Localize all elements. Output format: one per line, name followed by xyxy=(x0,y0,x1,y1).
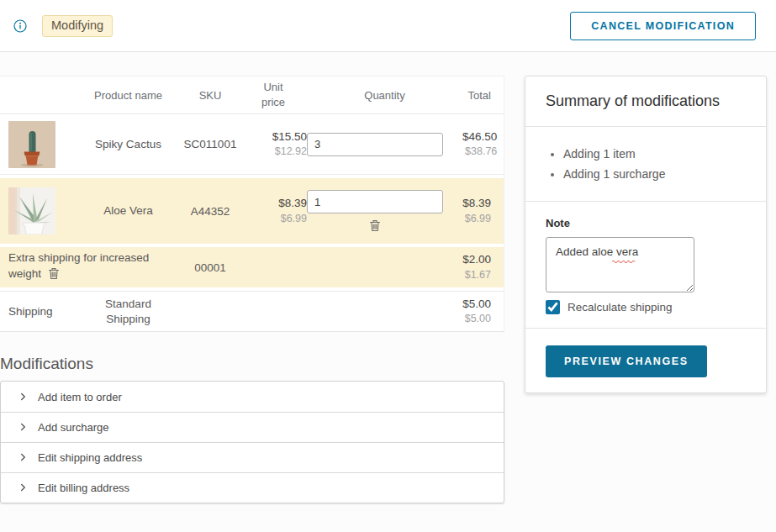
product-sku: SC011001 xyxy=(181,138,240,150)
spiky-cactus-photo xyxy=(8,121,76,168)
summary-list: Adding 1 item Adding 1 surcharge xyxy=(546,147,746,181)
accordion-add-surcharge[interactable]: Add surcharge xyxy=(1,412,504,442)
status-badge: Modifying xyxy=(42,15,113,37)
row-total: $2.00 $1.67 xyxy=(462,252,491,282)
top-bar: Modifying CANCEL MODIFICATION xyxy=(0,0,776,52)
summary-item: Adding 1 surcharge xyxy=(563,167,746,181)
accordion-edit-shipping-address[interactable]: Edit shipping address xyxy=(1,442,504,472)
accordion-add-item-to-order[interactable]: Add item to order xyxy=(1,382,504,412)
modifications-accordion: Add item to order Add surcharge Edit shi… xyxy=(0,381,504,503)
chevron-right-icon xyxy=(19,451,27,464)
aloe-vera-photo xyxy=(8,187,76,234)
order-items-table: Product name SKU Unit price Quantity Tot… xyxy=(0,76,504,332)
modifications-title: Modifications xyxy=(0,355,504,373)
unit-price: $8.39 $6.99 xyxy=(240,196,307,225)
surcharge-name: Extra shipping for increased weight xyxy=(8,250,181,285)
shipping-row-label: Shipping xyxy=(8,305,76,318)
summary-panel-title: Summary of modifications xyxy=(546,92,746,110)
info-icon[interactable] xyxy=(13,19,27,33)
accordion-item-label: Edit shipping address xyxy=(38,451,142,464)
column-header-quantity: Quantity xyxy=(307,89,462,102)
product-name: Aloe Vera xyxy=(76,203,181,219)
unit-price: $15.50 $12.92 xyxy=(240,129,307,159)
note-label: Note xyxy=(546,217,746,229)
trash-icon[interactable] xyxy=(48,267,60,285)
chevron-right-icon xyxy=(19,421,27,434)
accordion-item-label: Add item to order xyxy=(38,391,122,403)
table-row-aloe-vera: Aloe Vera A44352 $8.39 $6.99 xyxy=(0,178,504,244)
main-content: Product name SKU Unit price Quantity Tot… xyxy=(0,52,776,503)
cancel-modification-button[interactable]: CANCEL MODIFICATION xyxy=(570,12,756,40)
trash-icon[interactable] xyxy=(307,219,443,232)
table-row-spiky-cactus: Spiky Cactus SC011001 $15.50 $12.92 $46.… xyxy=(0,114,504,175)
row-total: $46.50 $38.76 xyxy=(462,129,497,159)
row-total: $8.39 $6.99 xyxy=(462,196,491,225)
table-row-surcharge: Extra shipping for increased weight 0000… xyxy=(0,247,504,287)
quantity-input[interactable] xyxy=(307,190,443,213)
summary-item: Adding 1 item xyxy=(563,147,746,161)
recalculate-shipping-checkbox[interactable] xyxy=(546,300,560,314)
column-header-total: Total xyxy=(462,89,491,102)
preview-changes-button[interactable]: PREVIEW CHANGES xyxy=(546,345,707,377)
summary-panel: Summary of modifications Adding 1 item A… xyxy=(525,76,767,393)
table-row-shipping: Shipping Standard Shipping $5.00 $5.00 xyxy=(0,291,504,331)
column-header-product-name: Product name xyxy=(76,89,181,102)
accordion-edit-billing-address[interactable]: Edit billing address xyxy=(1,472,504,503)
note-textarea[interactable]: Added aloe vera xyxy=(546,237,694,292)
chevron-right-icon xyxy=(19,482,27,494)
accordion-item-label: Add surcharge xyxy=(38,421,109,434)
product-name: Spiky Cactus xyxy=(76,137,181,152)
recalculate-shipping-label[interactable]: Recalculate shipping xyxy=(567,301,673,313)
table-header-row: Product name SKU Unit price Quantity Tot… xyxy=(0,76,504,114)
accordion-item-label: Edit billing address xyxy=(38,482,129,494)
chevron-right-icon xyxy=(19,391,27,403)
column-header-sku: SKU xyxy=(181,89,240,102)
product-sku: A44352 xyxy=(181,205,240,218)
column-header-unit-price: Unit price xyxy=(240,80,307,109)
quantity-input[interactable] xyxy=(307,133,443,156)
row-total: $5.00 $5.00 xyxy=(462,297,491,326)
shipping-method: Standard Shipping xyxy=(76,297,181,326)
surcharge-sku: 00001 xyxy=(181,261,240,274)
